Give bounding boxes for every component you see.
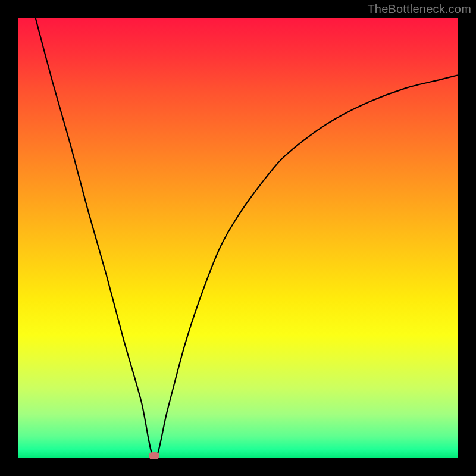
- watermark-text: TheBottleneck.com: [367, 2, 471, 16]
- plot-area: [18, 18, 458, 458]
- chart-frame: TheBottleneck.com: [0, 0, 476, 476]
- bottleneck-curve: [18, 18, 458, 458]
- minimum-marker: [149, 452, 159, 459]
